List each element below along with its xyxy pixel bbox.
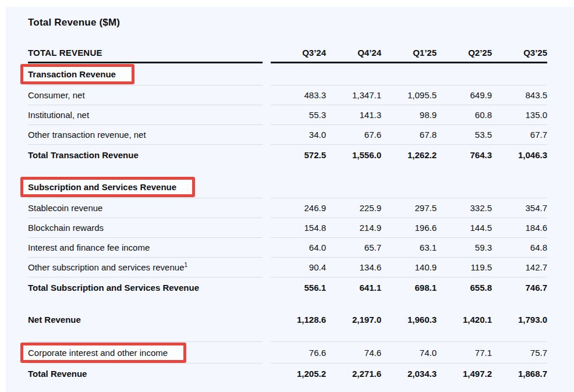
value-cell: 142.7 (492, 258, 547, 277)
table-header-label: TOTAL REVENUE (28, 44, 263, 63)
value-cell: 196.6 (381, 218, 437, 238)
section-header-label: Transaction Revenue (28, 69, 116, 79)
row-institutional-net: Institutional, net 55.3 141.3 98.9 60.8 … (28, 105, 547, 125)
col-header-q1-25: Q1’25 (381, 44, 437, 63)
row-label: Blockchain rewards (28, 218, 263, 238)
col-header-q4-24: Q4’24 (326, 44, 381, 63)
value-cell: 34.0 (271, 125, 326, 145)
row-label-cell: Corporate interest and other income (28, 341, 263, 364)
value-cell: 98.9 (381, 105, 437, 125)
row-label: Stablecoin revenue (28, 198, 263, 218)
row-label: Other transaction revenue, net (28, 125, 263, 145)
value-cell: 843.5 (492, 85, 547, 105)
value-cell: 354.7 (492, 198, 547, 218)
row-stablecoin-revenue: Stablecoin revenue 246.9 225.9 297.5 332… (28, 198, 547, 218)
row-label: Total Subscription and Services Revenue (28, 277, 263, 297)
section-header-cell: Subscription and Services Revenue (28, 176, 263, 198)
row-consumer-net: Consumer, net 483.3 1,347.1 1,095.5 649.… (28, 85, 547, 105)
value-cell: 74.0 (381, 341, 437, 364)
row-label: Total Transaction Revenue (28, 145, 263, 165)
row-total-subscription-services-revenue: Total Subscription and Services Revenue … (28, 277, 547, 297)
value-cell: 184.6 (492, 218, 547, 238)
value-cell: 67.7 (492, 125, 547, 145)
value-cell: 556.1 (271, 277, 326, 297)
value-cell: 140.9 (381, 258, 437, 277)
value-cell: 141.3 (326, 105, 381, 125)
row-other-transaction-revenue: Other transaction revenue, net 34.0 67.6… (28, 125, 547, 145)
value-cell: 2,034.3 (381, 364, 437, 383)
page-title: Total Revenue ($M) (28, 16, 547, 30)
row-total-revenue: Total Revenue 1,205.2 2,271.6 2,034.3 1,… (28, 364, 547, 383)
row-blockchain-rewards: Blockchain rewards 154.8 214.9 196.6 144… (28, 218, 547, 238)
value-cell: 63.1 (381, 238, 437, 258)
row-label: Total Revenue (28, 364, 263, 383)
value-cell: 297.5 (381, 198, 437, 218)
footnote-marker: 1 (184, 262, 187, 268)
row-label: Institutional, net (28, 105, 263, 125)
value-cell: 1,046.3 (492, 145, 547, 165)
row-label: Corporate interest and other income (28, 348, 168, 358)
section-header-label: Subscription and Services Revenue (28, 182, 176, 192)
row-transaction-revenue-header: Transaction Revenue (28, 63, 547, 85)
value-cell: 64.8 (492, 238, 547, 258)
row-label: Consumer, net (28, 85, 263, 105)
value-cell: 225.9 (326, 198, 381, 218)
col-header-q3-25: Q3’25 (492, 44, 547, 63)
row-interest-finance-fee-income: Interest and finance fee income 64.0 65.… (28, 238, 547, 258)
section-spacer (28, 330, 547, 341)
value-cell: 74.6 (326, 341, 381, 364)
value-cell: 75.7 (492, 341, 547, 364)
value-cell: 53.5 (437, 125, 492, 145)
value-cell: 59.3 (437, 238, 492, 258)
value-cell: 76.6 (271, 341, 326, 364)
section-header-cell: Transaction Revenue (28, 63, 263, 85)
row-net-revenue: Net Revenue 1,128.6 2,197.0 1,960.3 1,42… (28, 309, 547, 330)
row-other-subscription-services-revenue: Other subscription and services revenue1… (28, 258, 547, 277)
value-cell: 1,420.1 (437, 309, 492, 330)
value-cell: 55.3 (271, 105, 326, 125)
row-label: Interest and finance fee income (28, 238, 263, 258)
value-cell: 764.3 (437, 145, 492, 165)
value-cell: 1,347.1 (326, 85, 381, 105)
row-total-transaction-revenue: Total Transaction Revenue 572.5 1,556.0 … (28, 145, 547, 165)
red-highlight-box: Corporate interest and other income (20, 343, 186, 363)
value-cell: 67.8 (381, 125, 437, 145)
value-cell: 64.0 (271, 238, 326, 258)
section-spacer (28, 297, 547, 309)
value-cell: 1,960.3 (381, 309, 437, 330)
row-subscription-services-header: Subscription and Services Revenue (28, 176, 547, 198)
value-cell: 67.6 (326, 125, 381, 145)
row-label: Other subscription and services revenue1 (28, 258, 263, 277)
value-cell: 1,205.2 (271, 364, 326, 383)
value-cell: 154.8 (271, 218, 326, 238)
value-cell: 134.6 (326, 258, 381, 277)
total-revenue-table: TOTAL REVENUE Q3’24 Q4’24 Q1’25 Q2’25 Q3… (28, 44, 547, 383)
value-cell: 655.8 (437, 277, 492, 297)
value-cell: 2,197.0 (326, 309, 381, 330)
value-cell: 1,497.2 (437, 364, 492, 383)
value-cell: 1,262.2 (381, 145, 437, 165)
value-cell: 1,556.0 (326, 145, 381, 165)
value-cell: 1,095.5 (381, 85, 437, 105)
value-cell: 65.7 (326, 238, 381, 258)
table-header-row: TOTAL REVENUE Q3’24 Q4’24 Q1’25 Q2’25 Q3… (28, 44, 547, 63)
value-cell: 2,271.6 (326, 364, 381, 383)
col-header-q2-25: Q2’25 (437, 44, 492, 63)
red-highlight-box: Subscription and Services Revenue (20, 177, 195, 197)
value-cell: 1,128.6 (271, 309, 326, 330)
value-cell: 60.8 (437, 105, 492, 125)
value-cell: 641.1 (326, 277, 381, 297)
value-cell: 77.1 (437, 341, 492, 364)
value-cell: 572.5 (271, 145, 326, 165)
value-cell: 119.5 (437, 258, 492, 277)
value-cell: 698.1 (381, 277, 437, 297)
value-cell: 144.5 (437, 218, 492, 238)
value-cell: 135.0 (492, 105, 547, 125)
section-spacer (28, 165, 547, 176)
value-cell: 332.5 (437, 198, 492, 218)
value-cell: 1,868.7 (492, 364, 547, 383)
value-cell: 214.9 (326, 218, 381, 238)
row-label: Net Revenue (28, 309, 263, 330)
card-content: Total Revenue ($M) TOTAL REVENUE Q3’24 Q… (6, 7, 574, 383)
value-cell: 483.3 (271, 85, 326, 105)
